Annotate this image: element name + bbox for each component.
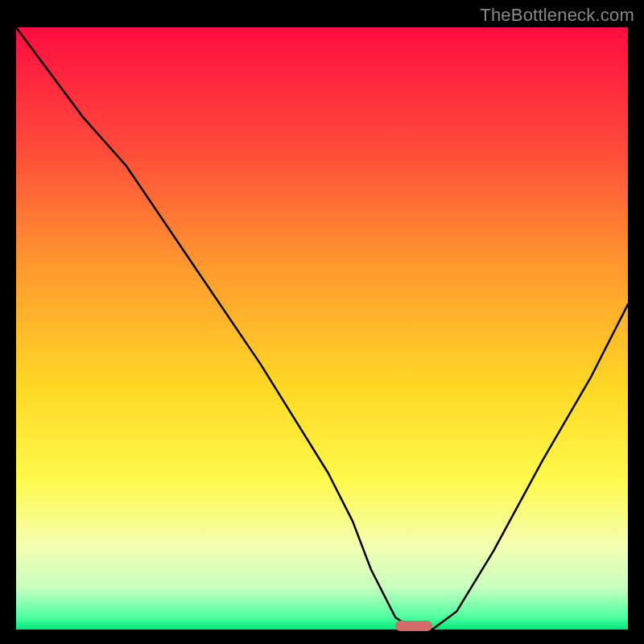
optimal-range-marker <box>395 621 432 631</box>
watermark-text: TheBottleneck.com <box>480 5 634 26</box>
bottleneck-chart <box>0 0 644 644</box>
plot-background <box>16 27 628 630</box>
chart-container: TheBottleneck.com <box>0 0 644 644</box>
